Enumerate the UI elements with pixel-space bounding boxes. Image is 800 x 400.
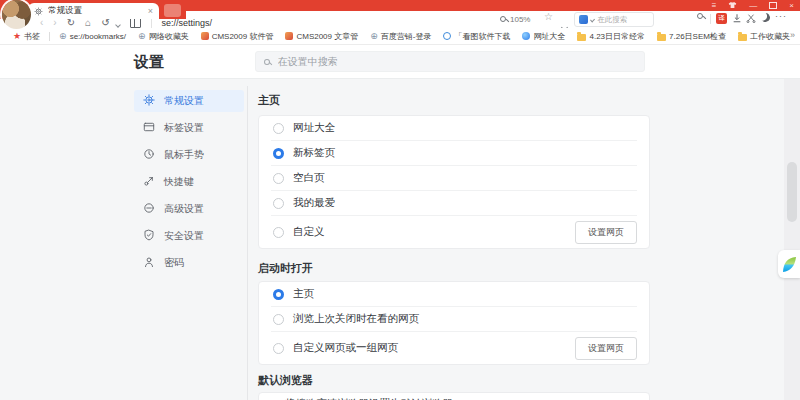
- zoom-level: 105%: [510, 15, 530, 24]
- sidebar-item-密码[interactable]: 密码: [134, 252, 244, 274]
- bookmark-item[interactable]: ⊕百度营销-登录: [365, 31, 436, 42]
- download-icon[interactable]: [732, 13, 742, 23]
- radio-checked[interactable]: [273, 289, 284, 300]
- sidebar-item-高级设置[interactable]: 高级设置: [134, 198, 244, 220]
- quick-search-box[interactable]: [574, 12, 654, 27]
- settings-section: 默认浏览器将搜狗高速浏览器设置为默认浏览器: [258, 374, 650, 400]
- bookmark-item[interactable]: 工作收藏夹: [733, 31, 795, 42]
- tab-close-icon[interactable]: ×: [148, 7, 153, 16]
- forward-icon[interactable]: ›: [53, 18, 56, 28]
- set-webpage-button[interactable]: 设置网页: [575, 337, 637, 360]
- option-row[interactable]: 空白页: [259, 166, 649, 190]
- bookmarks-overflow-icon[interactable]: »: [790, 30, 795, 40]
- radio-unchecked[interactable]: [273, 314, 284, 325]
- bookmark-label: se://bookmarks/: [70, 32, 126, 41]
- sidebar-item-label: 高级设置: [164, 202, 204, 216]
- bookmark-item[interactable]: ★书签: [8, 31, 45, 42]
- quick-search-input[interactable]: [597, 15, 649, 24]
- settings-section: 主页网址大全新标签页空白页我的最爱自定义设置网页: [258, 94, 650, 249]
- new-tab-button[interactable]: [164, 4, 181, 17]
- gear-icon: [143, 94, 155, 108]
- divider: [49, 32, 50, 41]
- options-card: 将搜狗高速浏览器设置为默认浏览器: [258, 392, 650, 400]
- section-heading: 主页: [258, 94, 650, 107]
- bookmark-item[interactable]: 网址大全: [517, 31, 570, 42]
- section-heading: 默认浏览器: [258, 374, 650, 387]
- radio-unchecked[interactable]: [273, 343, 284, 354]
- bookmark-item[interactable]: 7.26日SEM检查: [652, 31, 731, 42]
- settings-search-input[interactable]: [276, 55, 636, 68]
- bookmark-item[interactable]: ⊕se://bookmarks/: [54, 32, 131, 41]
- sidebar-item-安全设置[interactable]: 安全设置: [134, 225, 244, 247]
- refresh-icon[interactable]: ↻: [67, 18, 75, 28]
- radio-checked[interactable]: [273, 148, 284, 159]
- radio-unchecked[interactable]: [273, 227, 284, 238]
- gear-icon: [34, 7, 43, 16]
- option-label: 自定义网页或一组网页: [293, 341, 566, 355]
- split-view-icon[interactable]: [130, 18, 141, 28]
- radio-unchecked[interactable]: [273, 123, 284, 134]
- menu-icon[interactable]: ≡: [712, 2, 717, 10]
- close-window-button[interactable]: ×: [789, 2, 794, 10]
- option-row[interactable]: 我的最爱: [259, 191, 649, 215]
- home-icon[interactable]: ⌂: [85, 18, 91, 28]
- scrollbar-track[interactable]: [784, 78, 800, 400]
- maximize-button[interactable]: [769, 2, 777, 9]
- bookmark-item[interactable]: 4.23日日常经常: [572, 31, 650, 42]
- translate-icon[interactable]: 译: [716, 13, 727, 24]
- option-row[interactable]: 新标签页: [259, 141, 649, 165]
- recent-dropdown-icon[interactable]: [115, 22, 121, 28]
- back-icon[interactable]: ‹: [40, 18, 43, 28]
- sidebar-item-鼠标手势[interactable]: 鼠标手势: [134, 144, 244, 166]
- set-webpage-button[interactable]: 设置网页: [575, 221, 637, 244]
- find-in-page-icon[interactable]: [697, 13, 703, 19]
- folder-icon: [577, 34, 586, 41]
- folder-icon: [657, 34, 666, 41]
- bookmark-item[interactable]: CMS2009 软件管: [196, 31, 279, 42]
- search-engine-icon[interactable]: [579, 15, 588, 24]
- address-url[interactable]: se://settings/: [162, 18, 213, 28]
- recently-closed-icon[interactable]: ↺: [101, 18, 109, 28]
- option-row[interactable]: 自定义网页或一组网页设置网页: [259, 332, 649, 364]
- settings-section: 启动时打开主页浏览上次关闭时在看的网页自定义网页或一组网页设置网页: [258, 262, 650, 365]
- option-row[interactable]: 主页: [259, 282, 649, 306]
- browser-window: ≡ — × 常规设置 × ‹ › ↻ ⌂ ↺ se://settings/: [0, 0, 800, 400]
- radio-unchecked[interactable]: [273, 173, 284, 184]
- bookmark-item[interactable]: ⊕网络收藏夹: [133, 31, 194, 42]
- sidebar-item-label: 鼠标手势: [164, 148, 204, 162]
- sidebar-item-label: 快捷键: [164, 175, 194, 189]
- options-card: 主页浏览上次关闭时在看的网页自定义网页或一组网页设置网页: [258, 281, 650, 365]
- bookmark-item[interactable]: 「看图软件下载: [438, 31, 515, 42]
- feather-icon: [782, 256, 797, 273]
- option-row[interactable]: 自定义设置网页: [259, 216, 649, 248]
- screenshot-scissors-icon[interactable]: [746, 13, 756, 23]
- user-avatar[interactable]: [2, 0, 31, 29]
- globe-icon: ⊕: [59, 32, 67, 41]
- cms-favicon: [201, 32, 209, 40]
- website-nav-favicon: [522, 32, 530, 40]
- option-row[interactable]: 将搜狗高速浏览器设置为默认浏览器: [259, 393, 649, 400]
- sidebar-item-label: 常规设置: [164, 94, 204, 108]
- option-row[interactable]: 网址大全: [259, 116, 649, 140]
- settings-search-box[interactable]: [255, 51, 645, 72]
- option-row[interactable]: 浏览上次关闭时在看的网页: [259, 307, 649, 331]
- bookmark-item[interactable]: CMS2009 文章管: [280, 31, 363, 42]
- section-heading: 启动时打开: [258, 262, 650, 275]
- scrollbar-thumb[interactable]: [787, 162, 797, 222]
- side-panel-handle[interactable]: [778, 250, 800, 278]
- favorite-star-icon[interactable]: ☆: [544, 11, 553, 22]
- option-label: 浏览上次关闭时在看的网页: [293, 312, 641, 326]
- sidebar-item-常规设置[interactable]: 常规设置: [134, 90, 244, 112]
- theme-skin-icon[interactable]: [728, 1, 737, 11]
- sidebar-item-标签设置[interactable]: 标签设置: [134, 117, 244, 139]
- radio-unchecked[interactable]: [273, 198, 284, 209]
- night-mode-moon-icon[interactable]: [761, 13, 770, 22]
- more-menu-icon[interactable]: ···: [775, 11, 787, 21]
- minimize-button[interactable]: —: [749, 2, 757, 10]
- browser-tab[interactable]: 常规设置 ×: [28, 3, 159, 19]
- zoom-indicator[interactable]: 105%: [500, 12, 530, 26]
- settings-sections: 主页网址大全新标签页空白页我的最爱自定义设置网页启动时打开主页浏览上次关闭时在看…: [258, 78, 650, 400]
- sidebar-item-快捷键[interactable]: 快捷键: [134, 171, 244, 193]
- shortcut-icon: [143, 175, 155, 189]
- engine-dropdown-icon[interactable]: [590, 17, 595, 22]
